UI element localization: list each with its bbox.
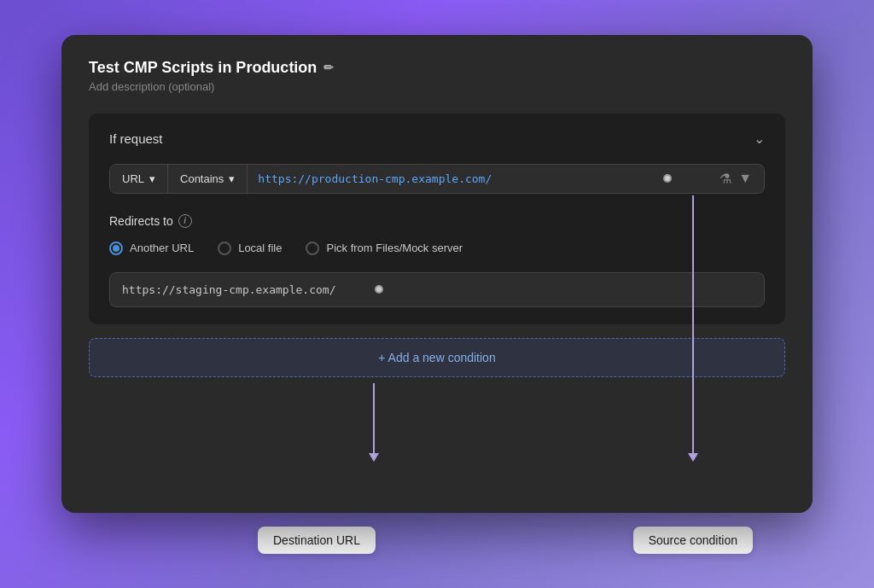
filter-value-input[interactable] [248, 165, 708, 193]
main-card: Test CMP Scripts in Production ✏ Add des… [61, 35, 813, 513]
section-title: If request [109, 131, 163, 146]
source-arrowhead [688, 453, 698, 462]
destination-url-annotation: Destination URL [258, 527, 376, 554]
radio-another-url[interactable]: Another URL [109, 242, 194, 255]
destination-connector-dot [375, 285, 383, 294]
radio-circle-pick-files [306, 242, 319, 255]
radio-pick-files[interactable]: Pick from Files/Mock server [306, 242, 463, 255]
radio-circle-another-url [109, 242, 123, 255]
radio-circle-local-file [218, 242, 231, 255]
destination-arrowhead [369, 453, 379, 462]
contains-dropdown-button[interactable]: Contains ▾ [168, 165, 248, 193]
radio-local-file[interactable]: Local file [218, 242, 282, 255]
filter-row: URL ▾ Contains ▾ ⚗ ▼ [109, 164, 765, 194]
redirects-label-row: Redirects to i [109, 214, 765, 228]
url-dropdown-button[interactable]: URL ▾ [110, 165, 168, 193]
filter-icons: ⚗ ▼ [708, 171, 764, 187]
edit-icon[interactable]: ✏ [323, 61, 334, 74]
destination-url-input[interactable] [122, 273, 752, 306]
card-title: Test CMP Scripts in Production [89, 59, 317, 77]
funnel-icon: ▼ [738, 171, 752, 186]
if-request-section: If request ⌄ URL ▾ Contains ▾ ⚗ ▼ [89, 114, 785, 324]
source-connector-dot [663, 174, 672, 183]
source-condition-annotation: Source condition [633, 527, 753, 554]
radio-label-another-url: Another URL [130, 242, 194, 254]
flask-icon: ⚗ [720, 171, 731, 187]
add-condition-button[interactable]: + Add a new condition [89, 338, 785, 377]
card-subtitle: Add description (optional) [89, 80, 785, 93]
destination-url-row [109, 272, 765, 307]
add-condition-label: + Add a new condition [378, 351, 495, 364]
radio-label-local-file: Local file [238, 242, 282, 254]
card-title-row: Test CMP Scripts in Production ✏ [89, 59, 785, 77]
radio-group: Another URL Local file Pick from Files/M… [109, 242, 765, 255]
info-icon: i [178, 214, 192, 228]
annotations-row: Destination URL Source condition [61, 520, 813, 554]
radio-label-pick-files: Pick from Files/Mock server [326, 242, 463, 254]
section-header: If request ⌄ [109, 131, 765, 147]
redirects-label: Redirects to [109, 214, 173, 228]
chevron-icon[interactable]: ⌄ [754, 131, 765, 147]
